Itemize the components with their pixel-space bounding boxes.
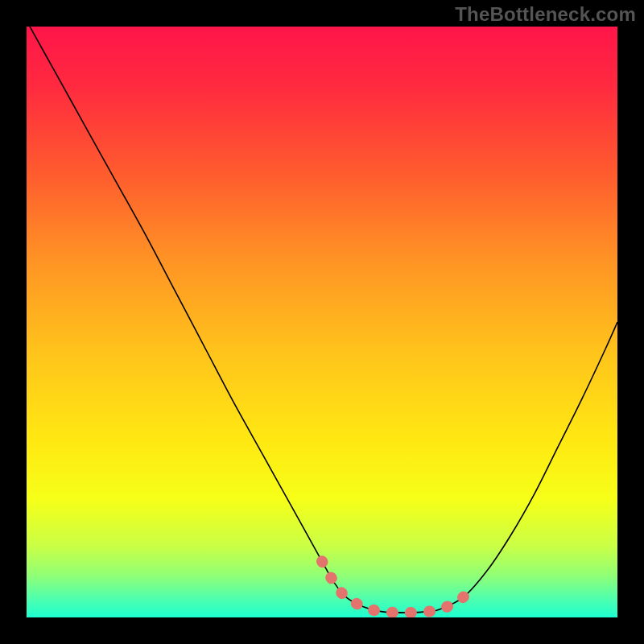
gradient-background <box>27 27 617 617</box>
plot-area <box>27 27 617 617</box>
watermark-label: TheBottleneck.com <box>455 3 636 26</box>
chart-svg <box>27 27 617 617</box>
chart-frame: TheBottleneck.com <box>0 0 644 644</box>
